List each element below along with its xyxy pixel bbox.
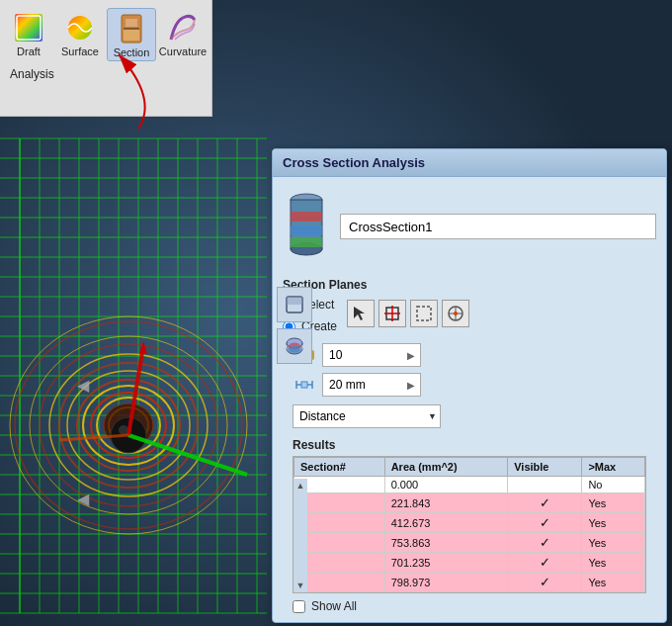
cell-visible: ✓: [508, 553, 582, 573]
cell-area: 798.973: [384, 573, 508, 592]
box-select-button[interactable]: [410, 300, 438, 327]
cell-section-num: 3: [294, 513, 385, 533]
cell-section-num: 2: [294, 493, 385, 513]
mode-dropdown[interactable]: Distance Equally Spaced Manual: [293, 404, 441, 428]
cell-area: 701.235: [384, 553, 508, 573]
table-row: 4 753.863 ✓ Yes: [294, 533, 645, 553]
name-row: [283, 187, 656, 266]
svg-rect-74: [291, 237, 322, 247]
col-visible: Visible: [508, 458, 582, 477]
table-row: 5 701.235 ✓ Yes: [294, 553, 645, 573]
scroll-up-button[interactable]: ▲: [296, 481, 305, 491]
num-sections-input-wrap: ▶: [322, 343, 421, 367]
svg-marker-75: [354, 307, 365, 320]
panel-icon-button-2[interactable]: [277, 328, 312, 364]
cell-area: 221.843: [384, 493, 508, 513]
panel-title: Cross Section Analysis: [283, 155, 425, 170]
results-label: Results: [293, 438, 656, 452]
add-plane-button[interactable]: [378, 300, 406, 327]
toolbar-draft-button[interactable]: Draft: [4, 8, 53, 61]
cross-section-panel: Cross Section Analysis Section Planes: [272, 148, 667, 623]
panel-title-bar: Cross Section Analysis: [273, 149, 666, 177]
table-scroll-bar: ▲ ▼: [294, 479, 307, 592]
num-sections-arrow[interactable]: ▶: [403, 345, 419, 365]
results-table: Section# Area (mm^2) Visible >Max 1 0.00…: [294, 457, 645, 592]
svg-point-99: [289, 346, 300, 353]
toolbar-section-button[interactable]: Section: [107, 8, 156, 61]
section-name-input[interactable]: [340, 214, 656, 239]
left-panel-icons: [277, 287, 312, 364]
table-row: 6 798.973 ✓ Yes: [294, 573, 645, 592]
toolbar-surface-button[interactable]: Surface: [55, 8, 105, 61]
cell-max: Yes: [582, 533, 645, 553]
cursor-tool-button[interactable]: [347, 300, 375, 327]
cell-visible: ✓: [508, 573, 582, 592]
show-all-label: Show All: [311, 599, 357, 613]
cell-max: Yes: [582, 573, 645, 592]
show-all-row: Show All: [293, 599, 646, 613]
show-all-checkbox[interactable]: [293, 600, 305, 613]
svg-rect-60: [15, 14, 42, 42]
col-section-num: Section#: [294, 458, 385, 477]
target-button[interactable]: [442, 300, 469, 327]
toolbar-icons-row: Draft Surface: [0, 0, 211, 65]
col-area: Area (mm^2): [384, 458, 508, 477]
panel-icon-button-1[interactable]: [277, 287, 312, 322]
scroll-down-button[interactable]: ▼: [296, 581, 305, 590]
cell-area: 0.000: [384, 477, 508, 493]
cell-visible: [508, 477, 582, 493]
draft-icon: [11, 10, 46, 45]
dropdown-row: Distance Equally Spaced Manual: [293, 404, 646, 428]
cell-visible: ✓: [508, 493, 582, 513]
svg-point-83: [454, 312, 458, 315]
svg-rect-93: [287, 297, 302, 305]
cell-max: Yes: [582, 553, 645, 573]
cell-visible: ✓: [508, 533, 582, 553]
draft-label: Draft: [17, 45, 41, 57]
section-icon-large: [283, 187, 330, 266]
cell-section-num: 6: [294, 573, 385, 592]
table-row: 1 0.000 No: [294, 477, 645, 493]
section-planes-label: Section Planes: [283, 278, 656, 292]
dropdown-wrap: Distance Equally Spaced Manual: [293, 404, 441, 428]
cell-visible: ✓: [508, 513, 582, 533]
svg-rect-73: [291, 225, 322, 235]
cell-section-num: 5: [294, 553, 385, 573]
section-icon: [114, 11, 149, 46]
toolbar-curvature-button[interactable]: Curvature: [158, 8, 208, 61]
top-toolbar: Draft Surface: [0, 0, 212, 117]
results-table-wrap: Section# Area (mm^2) Visible >Max 1 0.00…: [293, 456, 646, 593]
svg-rect-91: [301, 382, 307, 388]
distance-input-wrap: ▶: [322, 373, 421, 397]
section-label: Section: [114, 46, 150, 58]
svg-rect-79: [417, 307, 431, 320]
analysis-label: Analysis: [0, 65, 211, 83]
distance-arrow[interactable]: ▶: [403, 375, 419, 395]
distance-row: ▶: [293, 373, 656, 397]
svg-rect-67: [126, 19, 137, 27]
svg-rect-72: [291, 212, 322, 222]
curvature-label: Curvature: [159, 45, 207, 57]
cell-max: Yes: [582, 493, 645, 513]
num-sections-row: ▶: [293, 343, 656, 367]
col-max: >Max: [582, 458, 645, 477]
cell-section-num: 4: [294, 533, 385, 553]
surface-label: Surface: [61, 45, 99, 57]
dist-icon: [293, 373, 316, 397]
svg-text:◀: ◀: [77, 377, 90, 394]
cell-area: 412.673: [384, 513, 508, 533]
cell-area: 753.863: [384, 533, 508, 553]
cell-section-num: 1: [294, 477, 385, 493]
table-row: 2 221.843 ✓ Yes: [294, 493, 645, 513]
curvature-icon: [165, 10, 201, 45]
svg-text:◀: ◀: [77, 491, 90, 507]
cell-max: No: [582, 477, 645, 493]
surface-icon: [62, 10, 98, 45]
cell-max: Yes: [582, 513, 645, 533]
table-row: 3 412.673 ✓ Yes: [294, 513, 645, 533]
